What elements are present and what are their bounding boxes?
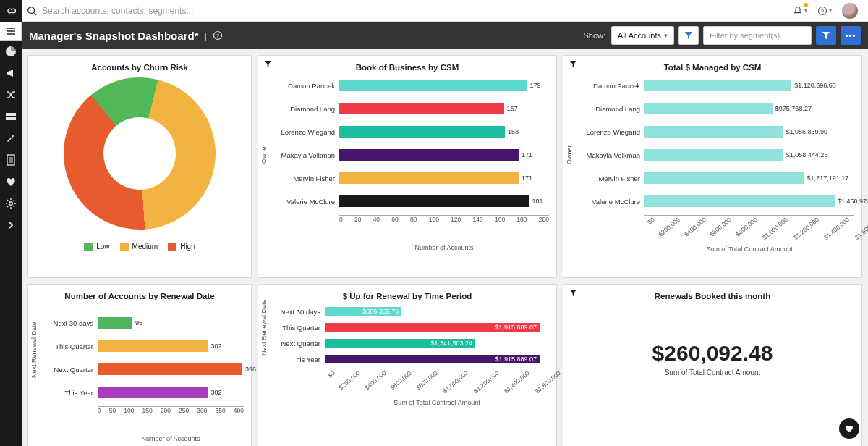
- bar-row[interactable]: Next 30 days95: [46, 314, 244, 332]
- churn-donut-chart[interactable]: [33, 46, 247, 261]
- filter-toggle-button[interactable]: [678, 26, 699, 45]
- nav-expand[interactable]: [4, 219, 17, 232]
- x-tick: $1,000,000: [761, 216, 789, 241]
- notification-dot: [804, 3, 808, 7]
- app-logo[interactable]: [0, 0, 22, 22]
- bar-row[interactable]: Lorenzo Wiegand$1,056,839.90: [581, 122, 854, 141]
- user-avatar[interactable]: [842, 3, 858, 19]
- bar-value: 158: [505, 128, 519, 135]
- funnel-icon: [569, 289, 577, 297]
- y-axis-label: Next Renewal Date: [260, 299, 268, 355]
- help-icon: ?: [817, 5, 827, 17]
- svg-text:?: ?: [216, 33, 220, 39]
- card-book-of-business: Book of Business by CSM Owner Damon Pauc…: [258, 55, 557, 278]
- svg-rect-8: [6, 117, 16, 120]
- accounts-dropdown[interactable]: All Accounts ▾: [611, 26, 674, 45]
- nav-settings[interactable]: [4, 197, 17, 210]
- title-help-button[interactable]: ?: [213, 30, 223, 41]
- help-button[interactable]: ? ▾: [817, 4, 832, 18]
- bar-row[interactable]: Mervin Fisher171: [276, 169, 549, 188]
- x-tick: $200,000: [338, 369, 362, 391]
- bar-row[interactable]: Makayla Volkman$1,058,444.23: [581, 146, 854, 164]
- title-separator: |: [204, 30, 206, 41]
- x-tick: $600,000: [389, 369, 414, 391]
- bar-row[interactable]: This Year$1,915,889.07: [276, 353, 549, 366]
- funnel-icon: [264, 60, 272, 68]
- svg-rect-7: [6, 113, 16, 116]
- x-tick: $800,000: [414, 369, 439, 391]
- x-tick: $1,200,000: [792, 216, 820, 241]
- bar-track: 302: [98, 340, 244, 352]
- x-tick: 140: [473, 216, 483, 223]
- legend-medium[interactable]: Medium: [120, 243, 158, 251]
- bar-value: $686,355.76: [362, 308, 401, 315]
- chevron-down-icon: ▾: [829, 7, 832, 14]
- notifications-button[interactable]: ▾: [793, 4, 807, 18]
- apply-filter-button[interactable]: [816, 26, 836, 45]
- legend-low[interactable]: Low: [84, 243, 109, 251]
- bar-row[interactable]: Valerie McClure181: [276, 192, 549, 211]
- card-filter-button[interactable]: [264, 60, 272, 68]
- y-axis-label: Owner: [566, 145, 573, 164]
- x-tick: $400,000: [363, 369, 388, 391]
- card-filter-button[interactable]: [569, 289, 577, 297]
- bar-row[interactable]: Next Quarter$1,341,503.24: [276, 337, 549, 350]
- search-input[interactable]: [42, 1, 793, 21]
- nav-tools[interactable]: [4, 132, 17, 145]
- chat-fab[interactable]: [839, 418, 859, 439]
- segment-filter-input[interactable]: Filter by segment(s)...: [703, 26, 812, 45]
- bar-row[interactable]: Damon Paucek$1,120,696.68: [581, 76, 854, 95]
- rows-icon: [5, 112, 17, 121]
- chevron-right-icon: [7, 221, 15, 230]
- hamburger-icon: [6, 27, 16, 35]
- toggle-sidebar-button[interactable]: [0, 22, 22, 41]
- bar-value: $1,058,444.23: [783, 151, 828, 159]
- nav-rows[interactable]: [4, 110, 17, 123]
- bar-fill: [644, 126, 783, 138]
- bar-row[interactable]: This Quarter$1,915,889.07: [276, 321, 549, 334]
- help-icon: ?: [213, 30, 223, 41]
- bar-fill: [339, 126, 505, 138]
- bar-row[interactable]: Damon Paucek179: [276, 76, 549, 95]
- bar-row[interactable]: Next Quarter396: [46, 360, 244, 379]
- bar-row[interactable]: This Year302: [46, 383, 244, 402]
- bar-category: Diamond Lang: [581, 105, 644, 113]
- x-tick: $600,000: [709, 216, 733, 237]
- nav-notes[interactable]: [4, 153, 17, 167]
- bar-track: 157: [339, 103, 549, 114]
- bar-track: $1,915,889.07: [325, 323, 549, 332]
- x-tick: 160: [495, 216, 505, 223]
- more-actions-button[interactable]: •••: [841, 26, 861, 45]
- card-filter-button[interactable]: [569, 60, 577, 68]
- bar-row[interactable]: Lorenzo Wiegand158: [276, 122, 549, 141]
- x-tick: $1,000,000: [441, 369, 469, 395]
- x-axis-label: Number of Accounts: [98, 435, 244, 442]
- nav-dashboard[interactable]: [4, 45, 17, 58]
- bar-row[interactable]: Diamond Lang157: [276, 99, 549, 118]
- card-title: Book of Business by CSM: [265, 63, 549, 72]
- bar-track: $1,450,974.41: [644, 195, 854, 207]
- bar-row[interactable]: Diamond Lang$975,768.27: [581, 99, 854, 118]
- bar-row[interactable]: Next 30 days$686,355.76: [276, 305, 549, 318]
- nav-campaigns[interactable]: [4, 67, 17, 80]
- bar-row[interactable]: Makayla Volkman171: [276, 146, 549, 164]
- bar-row[interactable]: Mervin Fisher$1,217,191.17: [581, 169, 854, 188]
- x-tick: 200: [161, 407, 171, 414]
- bar-fill: [98, 387, 208, 398]
- card-renewals-booked: Renewals Booked this month $260,092.48 S…: [563, 284, 862, 446]
- card-title: Number of Accounts by Renewal Date: [35, 292, 244, 300]
- dashboard-grid: Accounts by Churn Risk Low Medium High B…: [22, 49, 868, 446]
- funnel-icon: [684, 31, 693, 40]
- bar-category: Lorenzo Wiegand: [276, 128, 339, 136]
- legend-high[interactable]: High: [168, 243, 195, 251]
- bar-track: $975,768.27: [644, 103, 854, 114]
- bar-row[interactable]: Valerie McClure$1,450,974.41: [581, 192, 854, 211]
- bar-row[interactable]: This Quarter302: [46, 337, 244, 355]
- x-tick: 20: [354, 216, 361, 223]
- nav-health[interactable]: [4, 175, 17, 188]
- bar-category: This Quarter: [46, 342, 98, 350]
- nav-shuffle[interactable]: [4, 88, 17, 101]
- left-rail: [0, 41, 22, 446]
- segment-placeholder: Filter by segment(s)...: [710, 31, 786, 40]
- card-title: $ Up for Renewal by Time Period: [265, 292, 549, 300]
